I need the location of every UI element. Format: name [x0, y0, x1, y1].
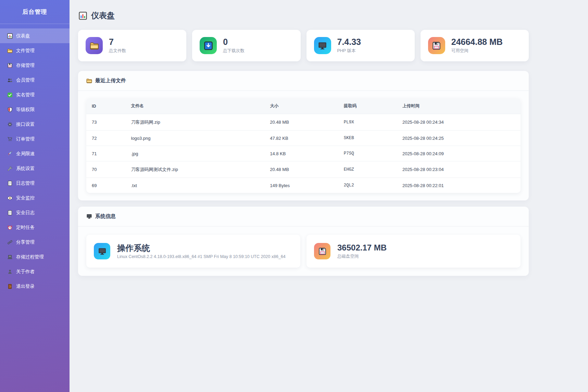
- system-info-card: 操作系统 Linux CentOs8.2.2 4.18.0-193.el8.x8…: [86, 235, 300, 268]
- cell-id: 71: [86, 146, 127, 161]
- sidebar-item-label: 日志管理: [16, 180, 35, 186]
- sidebar-item-label: 订单管理: [16, 136, 35, 142]
- system-info-card-text: 操作系统 Linux CentOs8.2.2 4.18.0-193.el8.x8…: [117, 243, 286, 259]
- cell-filename: 刀客源码网测试文件.zip: [127, 161, 266, 178]
- sidebar-item-label: 存储管理: [16, 62, 35, 69]
- stat-card: 0 总下载次数: [192, 30, 300, 61]
- stat-text: 7 总文件数: [109, 37, 126, 54]
- sidebar-item[interactable]: 实名管理: [0, 87, 70, 102]
- stat-label: 总下载次数: [223, 48, 245, 54]
- system-info-cards: 操作系统 Linux CentOs8.2.2 4.18.0-193.el8.x8…: [78, 226, 529, 276]
- cell-code: 2QL2: [340, 178, 399, 193]
- cell-code: SKEB: [340, 131, 399, 146]
- sidebar-item[interactable]: 仪表盘: [0, 28, 70, 43]
- cell-code: EHGZ: [340, 161, 399, 178]
- sidebar-item[interactable]: 接口设置: [0, 117, 70, 132]
- folder-icon: [86, 78, 92, 84]
- sidebar-item-label: 实名管理: [16, 92, 35, 98]
- floppy-icon: [7, 63, 13, 68]
- sidebar-item-label: 退出登录: [16, 283, 35, 290]
- stat-card: 24664.88 MB 可用空间: [421, 30, 529, 61]
- clock-icon: [7, 225, 13, 230]
- cell-size: 20.48 MB: [266, 161, 340, 178]
- door-icon: [7, 284, 13, 289]
- sidebar-item-label: 全局限速: [16, 151, 35, 157]
- cell-time: 2025-08-28 00:23:04: [399, 161, 521, 178]
- cell-id: 69: [86, 178, 127, 193]
- doc-icon: [7, 210, 13, 216]
- sidebar-item-label: 接口设置: [16, 121, 35, 127]
- floppy-icon: [428, 37, 445, 54]
- cell-size: 149 Bytes: [266, 178, 340, 193]
- doc-icon: [7, 181, 13, 186]
- system-info-card-subtitle: 总磁盘空间: [337, 254, 387, 259]
- stat-value: 7: [109, 37, 126, 47]
- cell-code: PL9X: [340, 114, 399, 131]
- sidebar-item[interactable]: 会员管理: [0, 73, 70, 87]
- stat-value: 0: [223, 37, 245, 47]
- wrench-icon: [7, 166, 13, 171]
- chart-icon: [79, 12, 87, 20]
- sidebar-item[interactable]: 安全日志: [0, 205, 70, 220]
- recent-files-body: ID 文件名 大小 提取码 上传时间 73: [78, 91, 529, 200]
- sidebar-item[interactable]: 定时任务: [0, 220, 70, 235]
- stat-label: 总文件数: [109, 48, 126, 54]
- stat-label: 可用空间: [451, 48, 503, 54]
- cell-time: 2025-08-28 00:24:25: [399, 131, 521, 146]
- chart-icon: [7, 33, 13, 39]
- cell-id: 70: [86, 161, 127, 178]
- sidebar-menu: 仪表盘 文件管理 存储管理 会员管理: [0, 24, 70, 294]
- cell-code: P7SQ: [340, 146, 399, 161]
- main-content: 仪表盘 7 总文件数 0: [70, 0, 588, 392]
- sidebar-item[interactable]: 等级权限: [0, 102, 70, 117]
- app-root: 后台管理 仪表盘 文件管理 存储管理 会: [0, 0, 588, 392]
- sidebar: 后台管理 仪表盘 文件管理 存储管理 会: [0, 0, 70, 392]
- stat-value: 7.4.33: [337, 37, 361, 47]
- sidebar-item[interactable]: 存储过程管理: [0, 249, 70, 264]
- sidebar-item-label: 分享管理: [16, 239, 35, 245]
- cell-time: 2025-08-28 00:22:01: [399, 178, 521, 193]
- cell-size: 14.8 KB: [266, 146, 340, 161]
- table-row: 73 刀客源码网.zip 20.48 MB PL9X 2025-08-28 00…: [86, 114, 521, 131]
- sidebar-item-label: 定时任务: [16, 224, 35, 231]
- column-header-filename: 文件名: [127, 98, 266, 114]
- cell-filename: .txt: [127, 178, 266, 193]
- monitor-icon: [94, 243, 110, 259]
- monitor-icon: [86, 213, 92, 219]
- app-title: 后台管理: [0, 0, 70, 24]
- column-header-size: 大小: [266, 98, 340, 114]
- link-icon: [7, 240, 13, 245]
- sidebar-item[interactable]: 存储管理: [0, 58, 70, 73]
- sidebar-item[interactable]: 安全监控: [0, 191, 70, 205]
- sidebar-item[interactable]: 关于作者: [0, 264, 70, 279]
- sidebar-item-label: 仪表盘: [16, 33, 30, 39]
- system-info-card-subtitle: Linux CentOs8.2.2 4.18.0-193.el8.x86_64 …: [117, 254, 286, 259]
- stat-card: 7 总文件数: [78, 30, 186, 61]
- content-column: 仪表盘 7 总文件数 0: [78, 10, 529, 276]
- system-info-card-text: 36502.17 MB 总磁盘空间: [337, 243, 387, 260]
- folder-icon: [86, 37, 103, 54]
- system-info-title: 系统信息: [95, 213, 116, 220]
- stat-value: 24664.88 MB: [451, 37, 503, 47]
- sidebar-item-label: 会员管理: [16, 77, 35, 83]
- table-header-row: ID 文件名 大小 提取码 上传时间: [86, 98, 521, 114]
- stat-card: 7.4.33 PHP 版本: [306, 30, 415, 61]
- recent-files-panel-header: 最近上传文件: [78, 71, 529, 91]
- sidebar-item-label: 系统设置: [16, 166, 35, 172]
- sidebar-item[interactable]: 日志管理: [0, 176, 70, 191]
- sidebar-item[interactable]: 系统设置: [0, 161, 70, 176]
- sidebar-item[interactable]: 文件管理: [0, 43, 70, 58]
- sidebar-item[interactable]: 全局限速: [0, 146, 70, 161]
- sidebar-item-label: 文件管理: [16, 48, 35, 54]
- table-row: 70 刀客源码网测试文件.zip 20.48 MB EHGZ 2025-08-2…: [86, 161, 521, 178]
- sidebar-item-label: 安全日志: [16, 210, 35, 216]
- stat-text: 7.4.33 PHP 版本: [337, 37, 361, 54]
- sidebar-item[interactable]: 退出登录: [0, 279, 70, 294]
- table-row: 72 logo3.png 47.82 KB SKEB 2025-08-28 00…: [86, 131, 521, 146]
- column-header-time: 上传时间: [399, 98, 521, 114]
- cart-icon: [7, 136, 13, 142]
- sidebar-item[interactable]: 订单管理: [0, 132, 70, 146]
- stat-text: 0 总下载次数: [223, 37, 245, 54]
- floppy-icon: [314, 243, 330, 259]
- sidebar-item[interactable]: 分享管理: [0, 235, 70, 249]
